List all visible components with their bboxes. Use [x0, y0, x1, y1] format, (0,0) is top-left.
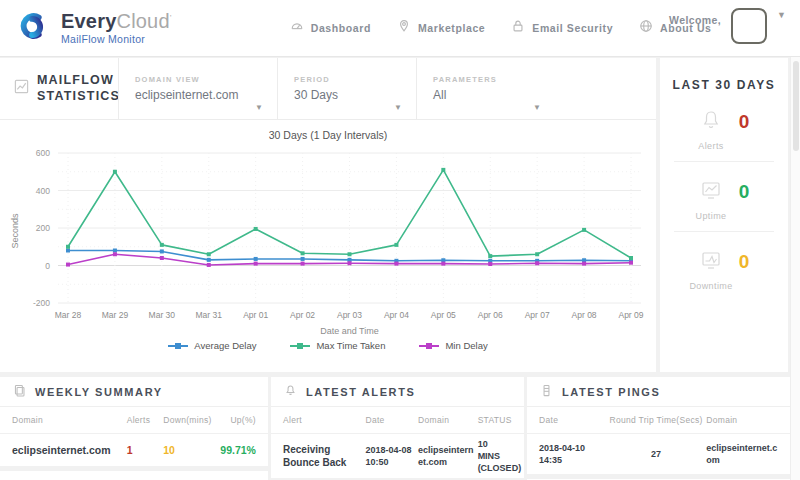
page-title-line1: MAILFLOW — [37, 73, 120, 89]
mailflow-statistics-panel: MAILFLOW STATISTICS DOMAIN VIEW eclipsei… — [0, 58, 656, 372]
up-percent-cell: 99.71% — [212, 444, 256, 456]
svg-text:400: 400 — [36, 186, 50, 196]
alerts-count: 0 — [739, 111, 750, 133]
domain-cell: eclipseinternet.com — [418, 444, 478, 468]
legend-item[interactable]: Max Time Taken — [290, 340, 385, 351]
rtt-cell: 27 — [606, 448, 706, 460]
user-area: Welcome, ▼ — [669, 8, 786, 44]
svg-text:Mar 28: Mar 28 — [55, 310, 82, 320]
everycloud-logo-icon — [14, 7, 52, 49]
brand-name: EveryCloud’ — [61, 10, 172, 32]
table-row[interactable]: Receiving Bounce Back 2018-04-08 10:50 e… — [271, 434, 524, 478]
uptime-label: Uptime — [660, 211, 762, 221]
legend-swatch — [290, 345, 310, 347]
globe-icon — [639, 19, 653, 37]
chart-title: 30 Days (1 Day Intervals) — [0, 129, 656, 141]
side-panel-title: LAST 30 DAYS — [660, 58, 788, 92]
table-row[interactable]: eclipseinternet.com 1 10 99.71% — [0, 471, 268, 480]
legend-item[interactable]: Min Delay — [419, 340, 487, 351]
svg-text:Apr 03: Apr 03 — [337, 310, 362, 320]
chevron-down-icon: ▼ — [255, 103, 263, 112]
section-title: MAILFLOW STATISTICS — [0, 73, 118, 104]
date-cell: 2018-04-10 14:35 — [539, 442, 606, 466]
down-mins-cell: 10 — [163, 444, 212, 456]
last-30-days-panel: LAST 30 DAYS 0 Alerts 0 Uptime 0 Downtim… — [660, 58, 788, 372]
scrollbar-thumb[interactable] — [793, 61, 799, 151]
svg-text:Apr 09: Apr 09 — [618, 310, 643, 320]
x-axis-label: Date and Time — [320, 326, 379, 336]
bell-icon — [284, 383, 297, 401]
avatar[interactable] — [731, 8, 767, 44]
alerts-label: Alerts — [660, 141, 762, 151]
product-name: MailFlow Monitor — [61, 34, 172, 45]
chart-legend: Average DelayMax Time TakenMin Delay — [0, 340, 656, 351]
page-title-line2: STATISTICS — [37, 89, 120, 105]
nav-item-dashboard[interactable]: Dashboard — [290, 19, 371, 37]
nav-item-marketplace[interactable]: Marketplace — [397, 19, 485, 37]
svg-text:200: 200 — [36, 223, 50, 233]
filter-bar: MAILFLOW STATISTICS DOMAIN VIEW eclipsei… — [0, 58, 656, 120]
svg-text:Apr 04: Apr 04 — [384, 310, 409, 320]
period-dropdown[interactable]: PERIOD 30 Days ▼ — [278, 75, 416, 102]
scrollbar-track[interactable] — [790, 57, 800, 480]
latest-pings-title: LATEST PINGS — [562, 386, 660, 398]
downtime-monitor-icon — [699, 248, 723, 276]
legend-item[interactable]: Average Delay — [168, 340, 256, 351]
svg-text:Mar 30: Mar 30 — [149, 310, 176, 320]
svg-text:Apr 07: Apr 07 — [525, 310, 550, 320]
nav-item-email-security[interactable]: Email Security — [511, 19, 613, 37]
svg-text:Mar 29: Mar 29 — [102, 310, 129, 320]
svg-text:Mar 31: Mar 31 — [196, 310, 223, 320]
alerts-stat[interactable]: 0 Alerts — [660, 92, 788, 161]
domain-view-dropdown[interactable]: DOMAIN VIEW eclipseinternet.com ▼ — [119, 75, 277, 102]
legend-label: Average Delay — [194, 340, 256, 351]
welcome-text: Welcome, — [669, 14, 721, 26]
svg-text:Apr 01: Apr 01 — [243, 310, 268, 320]
divider — [527, 474, 790, 479]
brand-logo[interactable]: EveryCloud’ MailFlow Monitor — [0, 7, 172, 49]
mailflow-line-chart: 6004002000-200Mar 28Mar 29Mar 30Mar 31Ap… — [6, 143, 651, 339]
svg-text:-200: -200 — [33, 298, 50, 308]
table-row[interactable]: eclipseinternet.com 1 10 99.71% — [0, 434, 268, 466]
svg-text:Apr 08: Apr 08 — [572, 310, 597, 320]
domain-cell: eclipseinternet.com — [12, 444, 127, 456]
legend-label: Min Delay — [445, 340, 487, 351]
svg-text:600: 600 — [36, 148, 50, 158]
svg-text:Apr 02: Apr 02 — [290, 310, 315, 320]
svg-text:0: 0 — [45, 261, 50, 271]
date-cell: 2018-04-08 10:50 — [365, 444, 418, 468]
lock-icon — [511, 19, 525, 37]
svg-text:Apr 05: Apr 05 — [431, 310, 456, 320]
server-icon — [540, 383, 553, 401]
uptime-stat[interactable]: 0 Uptime — [660, 162, 788, 231]
legend-swatch — [168, 345, 188, 347]
chevron-down-icon: ▼ — [533, 103, 541, 112]
bell-icon — [699, 108, 723, 136]
table-row[interactable]: 2018-04-10 14:35 27 eclipseinternet.com — [527, 434, 790, 474]
latest-pings-panel: LATEST PINGS Date Round Trip Time(Secs) … — [527, 377, 790, 480]
latest-alerts-panel: LATEST ALERTS Alert Date Domain STATUS R… — [271, 377, 524, 480]
weekly-summary-title: WEEKLY SUMMARY — [35, 386, 163, 398]
downtime-count: 0 — [739, 251, 750, 273]
latest-pings-header-row: Date Round Trip Time(Secs) Domain — [527, 407, 790, 434]
weekly-summary-panel: WEEKLY SUMMARY Domain Alerts Down(mins) … — [0, 377, 268, 480]
uptime-monitor-icon — [699, 178, 723, 206]
pin-icon — [397, 19, 411, 37]
svg-text:Apr 06: Apr 06 — [478, 310, 503, 320]
user-menu-caret-icon[interactable]: ▼ — [777, 10, 786, 20]
parameters-dropdown[interactable]: PARAMETERS All ▼ — [417, 75, 555, 102]
alert-cell: Receiving Bounce Back — [283, 443, 365, 470]
status-cell: 10 MINS (CLOSED) — [478, 438, 512, 474]
chart-area: 30 Days (1 Day Intervals) 6004002000-200… — [0, 120, 656, 351]
latest-alerts-title: LATEST ALERTS — [306, 386, 415, 398]
alerts-cell: 1 — [127, 444, 164, 456]
legend-label: Max Time Taken — [316, 340, 385, 351]
dashboard-icon — [290, 19, 304, 37]
main-nav: Dashboard Marketplace Email Security Abo… — [290, 19, 712, 37]
chevron-down-icon: ▼ — [394, 103, 402, 112]
domain-cell: eclipseinternet.com — [706, 442, 778, 466]
downtime-label: Downtime — [660, 281, 762, 291]
downtime-stat[interactable]: 0 Downtime — [660, 232, 788, 301]
weekly-summary-header-row: Domain Alerts Down(mins) Up(%) — [0, 407, 268, 434]
y-axis-label: Seconds — [10, 213, 20, 249]
